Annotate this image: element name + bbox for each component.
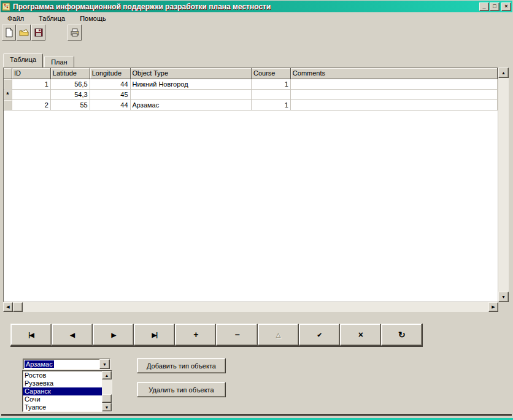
chevron-down-icon[interactable]: ▼ <box>99 359 110 369</box>
print-button[interactable] <box>68 25 82 41</box>
scrollbar-thumb[interactable] <box>13 302 23 312</box>
delete-object-type-button[interactable]: Удалить тип объекта <box>137 382 226 397</box>
grid-cell[interactable]: 2 <box>12 100 51 111</box>
grid-cell[interactable]: 45 <box>90 90 131 100</box>
prior-record-button[interactable]: ◀ <box>52 324 93 346</box>
tab-control: Таблица План <box>3 53 74 68</box>
grid-cell[interactable] <box>12 90 51 100</box>
grid-cell[interactable]: 55 <box>51 100 90 111</box>
listbox-scrollbar[interactable]: ▲ ▼ <box>102 371 112 411</box>
tab-plan[interactable]: План <box>44 56 74 68</box>
last-record-button[interactable]: ▶| <box>134 324 175 346</box>
scrollbar-thumb[interactable] <box>102 394 112 403</box>
grid-cell[interactable]: 1 <box>252 79 291 90</box>
open-file-button[interactable] <box>17 25 31 41</box>
row-indicator <box>4 79 12 90</box>
grid-column-header: ID <box>12 68 51 79</box>
edit-record-button: △ <box>258 324 299 346</box>
grid-vertical-scrollbar[interactable]: ▲ ▼ <box>498 68 509 302</box>
row-indicator <box>4 100 12 111</box>
print-icon <box>70 28 80 37</box>
close-button[interactable]: × <box>501 2 511 11</box>
first-record-button[interactable]: |◀ <box>10 324 52 346</box>
grid-column-header: Longitude <box>90 68 131 79</box>
scroll-down-icon[interactable]: ▼ <box>102 403 112 411</box>
cancel-edit-button[interactable]: × <box>340 324 381 346</box>
list-item[interactable]: Ростов <box>23 371 102 379</box>
object-type-listbox[interactable]: РостовРузаевкаСаранскСочиТуапсе ▲ ▼ <box>22 370 112 412</box>
object-type-combobox[interactable]: Арзамас ▼ <box>23 359 110 370</box>
menu-bar: ФайлТаблицаПомощь <box>1 13 512 23</box>
grid-cell[interactable]: 44 <box>90 100 131 111</box>
app-icon <box>2 2 10 11</box>
insert-record-button[interactable]: + <box>175 324 216 346</box>
row-indicator: * <box>4 90 12 100</box>
menu-item-1[interactable]: Таблица <box>37 14 66 23</box>
table-row[interactable]: 25544Арзамас1 <box>4 100 498 111</box>
grid-cell[interactable]: 56,5 <box>51 79 90 90</box>
grid-horizontal-scrollbar[interactable]: ◀ ▶ <box>3 302 498 312</box>
grid-cell[interactable]: 1 <box>252 100 291 111</box>
grid-indicator-header <box>4 68 12 79</box>
window-title: Программа информационной поддержки разра… <box>13 2 479 11</box>
list-item[interactable]: Туапсе <box>23 403 102 411</box>
grid-cell[interactable] <box>291 100 498 111</box>
tab-table[interactable]: Таблица <box>3 53 43 68</box>
refresh-data-button[interactable]: ↻ <box>381 324 422 346</box>
grid-cell[interactable] <box>252 90 291 100</box>
toolbar <box>1 23 512 42</box>
grid-cell[interactable]: 1 <box>12 79 51 90</box>
scroll-up-icon[interactable]: ▲ <box>102 371 112 379</box>
scroll-right-icon[interactable]: ▶ <box>488 302 498 312</box>
grid-cell[interactable] <box>131 90 252 100</box>
post-edit-button[interactable]: ✔ <box>299 324 340 346</box>
minimize-button[interactable]: _ <box>479 2 489 11</box>
list-item[interactable]: Сочи <box>23 395 102 403</box>
menu-item-2[interactable]: Помощь <box>79 14 107 23</box>
list-item[interactable]: Саранск <box>23 387 102 395</box>
grid-header-row: IDLatitudeLongitudeObject TypeCourseComm… <box>4 68 498 79</box>
grid-column-header: Latitude <box>51 68 90 79</box>
menu-item-0[interactable]: Файл <box>6 14 25 23</box>
add-object-type-button[interactable]: Добавить тип объекта <box>137 358 226 373</box>
open-folder-icon <box>19 28 29 37</box>
new-file-button[interactable] <box>2 25 16 41</box>
table-row[interactable]: 156,544Нижний Новгород1 <box>4 79 498 90</box>
grid-cell[interactable] <box>291 79 498 90</box>
list-item[interactable]: Рузаевка <box>23 379 102 387</box>
grid-cell[interactable]: Нижний Новгород <box>131 79 252 90</box>
grid-column-header: Object Type <box>131 68 252 79</box>
db-navigator: |◀◀▶▶|+−△✔×↻ <box>10 324 423 347</box>
grid-column-header: Comments <box>291 68 498 79</box>
scrollbar-track[interactable] <box>23 302 488 312</box>
save-icon <box>34 28 44 37</box>
grid-cell[interactable] <box>291 90 498 100</box>
table-row[interactable]: *54,345 <box>4 90 498 100</box>
scroll-down-icon[interactable]: ▼ <box>498 292 509 302</box>
scroll-up-icon[interactable]: ▲ <box>498 68 509 78</box>
new-file-icon <box>4 28 14 37</box>
grid-column-header: Course <box>252 68 291 79</box>
scroll-left-icon[interactable]: ◀ <box>3 302 13 312</box>
save-file-button[interactable] <box>31 25 45 41</box>
delete-record-button[interactable]: − <box>216 324 257 346</box>
grid-cell[interactable]: Арзамас <box>131 100 252 111</box>
bottom-divider <box>1 414 512 416</box>
listbox-items: РостовРузаевкаСаранскСочиТуапсе <box>23 371 102 411</box>
next-record-button[interactable]: ▶ <box>93 324 134 346</box>
combobox-value: Арзамас <box>25 360 54 368</box>
grid-cell[interactable]: 54,3 <box>51 90 90 100</box>
title-bar: Программа информационной поддержки разра… <box>1 1 512 12</box>
grid-cell[interactable]: 44 <box>90 79 131 90</box>
data-grid[interactable]: IDLatitudeLongitudeObject TypeCourseComm… <box>3 68 498 302</box>
maximize-button[interactable]: □ <box>490 2 500 11</box>
